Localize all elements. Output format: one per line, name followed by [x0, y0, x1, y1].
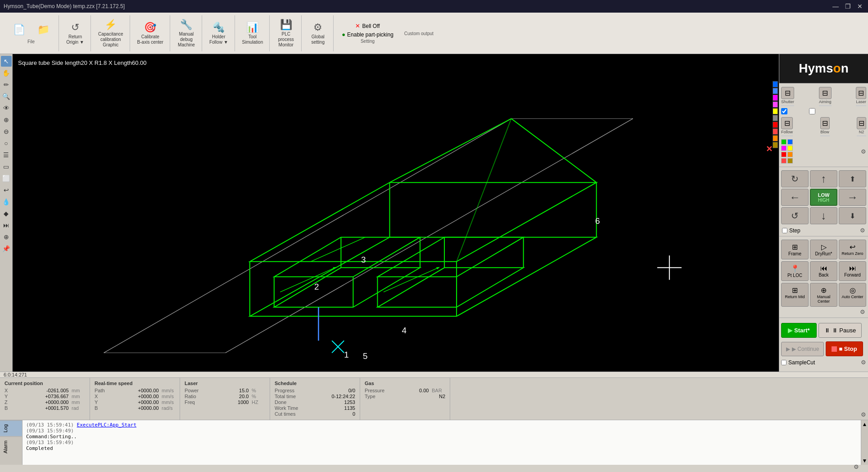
shutter-button[interactable]: ⊟	[781, 87, 794, 99]
color-chip-red2[interactable]	[773, 128, 778, 135]
pos-z-unit: mm	[72, 399, 85, 405]
pin-button[interactable]: 📌	[1, 243, 12, 254]
layers-button[interactable]: ☰	[1, 150, 12, 160]
color-chip-blue2[interactable]	[773, 88, 778, 94]
new-file-button[interactable]: 📄	[7, 22, 31, 38]
color-ind-green1	[781, 139, 787, 145]
plc-process-button[interactable]: 💾 PLCprocessMonitor	[274, 17, 298, 50]
continue-button[interactable]: ▶ ▶ Continue	[781, 342, 824, 356]
log-gear-icon[interactable]: ⚙	[854, 463, 859, 470]
scroll-down-arrow[interactable]: ▼	[861, 457, 868, 465]
droplet-button[interactable]: 💧	[1, 196, 12, 207]
color-chip-gray[interactable]	[773, 115, 778, 121]
frame-button[interactable]: ⊞ Frame	[781, 240, 809, 259]
down-right-button[interactable]: ⬇	[839, 207, 866, 224]
toolbar-file-group: 📄 📁 File	[4, 15, 59, 51]
color-palette[interactable]	[773, 81, 778, 148]
step-gear-icon[interactable]: ⚙	[860, 227, 865, 234]
bottom-gear-icon[interactable]: ⚙	[860, 309, 865, 315]
move-down-button[interactable]: ↓	[810, 207, 837, 224]
capacitance-button[interactable]: ⚡ CapacitancecalibrationGraphic	[95, 17, 126, 50]
cursor-tool-button[interactable]: ↖	[1, 56, 12, 67]
move-right-button[interactable]: →	[839, 189, 866, 206]
global-setting-label: Globalsetting	[312, 34, 325, 45]
color-chip-brown[interactable]	[773, 142, 778, 148]
enable-part-label[interactable]: Enable part-picking	[347, 32, 393, 38]
origin-button[interactable]: ⊕	[1, 231, 12, 242]
move-up-button[interactable]: ↑	[810, 170, 837, 187]
back-button[interactable]: ⏮ Back	[810, 261, 837, 281]
start-button[interactable]: ▶ Start*	[781, 323, 817, 338]
alarm-tab[interactable]: Alarm	[0, 436, 22, 457]
step-forward-button[interactable]: ⏭	[1, 220, 12, 231]
circle-tool-button[interactable]: ○	[1, 138, 12, 149]
pt-loc-button[interactable]: 📍 Pt LOC	[781, 261, 809, 281]
step-gear-row: Step ⚙	[779, 226, 868, 235]
hand-tool-button[interactable]: ✋	[1, 68, 12, 78]
up-right-button[interactable]: ⬆	[839, 170, 866, 187]
return-mid-button[interactable]: ⊞ Return Mid	[781, 283, 809, 307]
color-chip-magenta2[interactable]	[773, 101, 778, 108]
log-tab[interactable]: Log	[0, 420, 22, 436]
follow-button[interactable]: ⊟	[781, 117, 793, 129]
maximize-btn[interactable]: ❐	[843, 3, 853, 10]
open-file-button[interactable]: 📁	[32, 22, 55, 38]
undo-button[interactable]: ↩	[1, 185, 12, 195]
log-content: (09/13 15:59:41) ExecutePLC:App_Start (0…	[23, 420, 861, 465]
rotate-left-button[interactable]: ↻	[781, 170, 809, 187]
shutter-checkbox[interactable]	[781, 108, 787, 114]
select-tool-button[interactable]: ⬜	[1, 173, 12, 184]
n2-button[interactable]: ⊟	[857, 117, 866, 129]
pause-button[interactable]: ⏸ ⏸ Pause	[818, 323, 862, 338]
blow-button[interactable]: ⊟	[820, 117, 830, 129]
zoom-in-button[interactable]: ⊕	[1, 114, 12, 125]
close-overlay-button[interactable]: ✕	[766, 144, 773, 154]
sample-cut-gear-icon[interactable]: ⚙	[861, 359, 866, 366]
titlebar-controls[interactable]: — ❐ ✕	[831, 3, 864, 10]
log-text-1[interactable]: ExecutePLC:App_Start	[77, 422, 136, 428]
minimize-btn[interactable]: —	[831, 3, 841, 10]
color-chip-magenta1[interactable]	[773, 95, 778, 101]
status-gear-icon[interactable]: ⚙	[861, 411, 866, 418]
zoom-tool-button[interactable]: 🔍	[1, 91, 12, 102]
eye-tool-button[interactable]: 👁	[1, 103, 12, 113]
low-high-button[interactable]: LOW HIGH	[810, 189, 837, 206]
move-left-button[interactable]: ←	[781, 189, 809, 206]
pen-tool-button[interactable]: ✏	[1, 79, 12, 90]
manual-debug-button[interactable]: 🔧 ManualdebugMachine	[175, 17, 198, 50]
holder-follow-button[interactable]: 🔩 HolderFollow ▼	[207, 20, 231, 47]
color-chip-orange[interactable]	[773, 135, 778, 141]
fill-button[interactable]: ◆	[1, 208, 12, 219]
log-entry-2: (09/13 15:59:49)	[26, 428, 857, 434]
zoom-out-button[interactable]: ⊖	[1, 126, 12, 137]
scroll-up-arrow[interactable]: ▲	[861, 420, 868, 428]
color-chip-red1[interactable]	[773, 122, 778, 128]
laser-button[interactable]: ⊟	[856, 87, 866, 99]
bell-off-label[interactable]: Bell Off	[362, 23, 380, 29]
tool-simulation-button[interactable]: 📊 ToolSimulation	[240, 20, 266, 47]
forward-button[interactable]: ⏭ Forward	[839, 261, 866, 281]
log-scroll: ▲ ▼	[861, 420, 868, 465]
manual-center-button[interactable]: ⊕ Manual Center	[810, 283, 837, 307]
return-origin-button[interactable]: ↺ ReturnOrigin ▼	[63, 20, 87, 47]
speed-x-unit: mm/s	[162, 394, 175, 399]
color-chip-blue1[interactable]	[773, 81, 778, 87]
calibrate-button[interactable]: 🎯 CalibrateB-axis center	[135, 20, 166, 47]
global-setting-button[interactable]: ⚙ Globalsetting	[306, 20, 330, 47]
aiming-button[interactable]: ⊟	[819, 87, 832, 99]
step-checkbox[interactable]	[782, 228, 787, 233]
dry-run-button[interactable]: ▷ DryRun*	[810, 240, 837, 259]
speed-b-unit: rad/s	[162, 405, 175, 411]
close-btn[interactable]: ✕	[855, 3, 864, 10]
color-indicators-left	[781, 139, 793, 163]
auto-center-button[interactable]: ◎ Auto Center	[839, 283, 866, 307]
sample-cut-checkbox[interactable]	[781, 360, 787, 365]
color-chip-yellow[interactable]	[773, 108, 778, 114]
stop-button[interactable]: ■ Stop	[826, 341, 863, 356]
right-gear-icon[interactable]: ⚙	[861, 148, 866, 155]
rect-tool-button[interactable]: ▭	[1, 161, 12, 172]
log-gear-button[interactable]: ⚙	[854, 463, 859, 470]
rotate-right-button[interactable]: ↺	[781, 207, 809, 224]
return-zero-button[interactable]: ↩ Return Zero	[839, 240, 866, 259]
aiming-checkbox[interactable]	[809, 108, 815, 114]
